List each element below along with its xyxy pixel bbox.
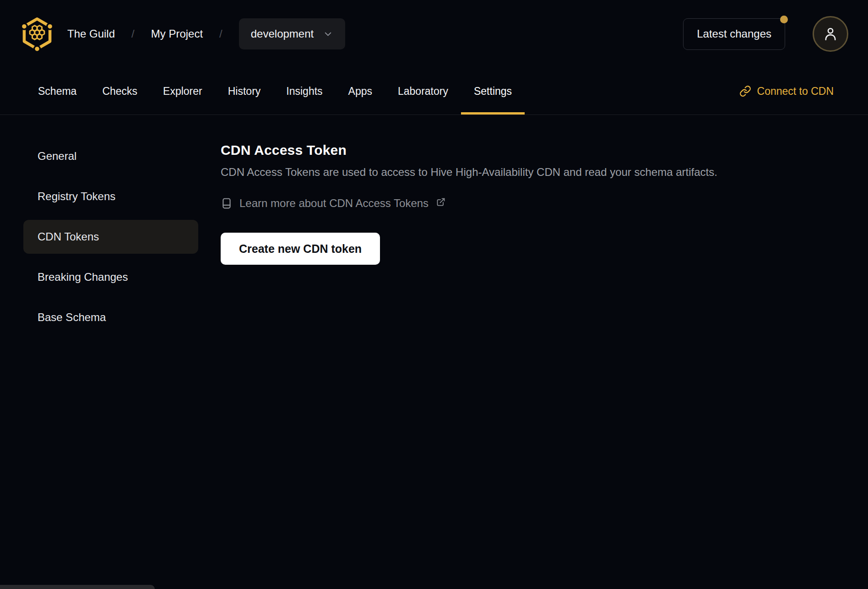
learn-more-link[interactable]: Learn more about CDN Access Tokens bbox=[221, 197, 445, 210]
tab-history[interactable]: History bbox=[215, 68, 274, 115]
tab-laboratory[interactable]: Laboratory bbox=[385, 68, 461, 115]
latest-changes-label: Latest changes bbox=[697, 27, 771, 40]
book-icon bbox=[221, 197, 233, 210]
hive-logo-icon[interactable] bbox=[20, 15, 54, 53]
user-avatar[interactable] bbox=[813, 16, 848, 52]
sidebar-item-breaking-changes[interactable]: Breaking Changes bbox=[23, 260, 198, 294]
connect-to-cdn-label: Connect to CDN bbox=[757, 85, 834, 98]
tab-schema[interactable]: Schema bbox=[25, 68, 89, 115]
tab-explorer[interactable]: Explorer bbox=[150, 68, 215, 115]
bottom-edge-bar bbox=[0, 585, 155, 589]
sidebar-item-base-schema[interactable]: Base Schema bbox=[23, 300, 198, 334]
page-title: CDN Access Token bbox=[221, 142, 841, 158]
sidebar-item-general[interactable]: General bbox=[23, 139, 198, 173]
target-selector-value: development bbox=[251, 27, 314, 40]
external-link-icon bbox=[436, 197, 445, 207]
learn-more-row: Learn more about CDN Access Tokens bbox=[221, 197, 841, 212]
cdn-tokens-panel: CDN Access Token CDN Access Tokens are u… bbox=[198, 115, 868, 265]
header-left: The Guild / My Project / development bbox=[20, 15, 345, 53]
tab-insights[interactable]: Insights bbox=[273, 68, 335, 115]
latest-changes-button[interactable]: Latest changes bbox=[683, 18, 785, 50]
tab-checks[interactable]: Checks bbox=[89, 68, 150, 115]
connect-to-cdn-link[interactable]: Connect to CDN bbox=[739, 68, 834, 115]
project-nav: Schema Checks Explorer History Insights … bbox=[0, 68, 868, 115]
tab-settings[interactable]: Settings bbox=[461, 68, 525, 115]
header-right: Latest changes bbox=[683, 16, 848, 52]
settings-sidebar: General Registry Tokens CDN Tokens Break… bbox=[23, 139, 198, 334]
user-icon bbox=[822, 26, 839, 42]
app-header: The Guild / My Project / development Lat… bbox=[0, 0, 868, 68]
learn-more-label: Learn more about CDN Access Tokens bbox=[239, 197, 429, 210]
breadcrumb-separator: / bbox=[219, 27, 222, 40]
link-icon bbox=[739, 85, 751, 97]
chevron-down-icon bbox=[323, 29, 333, 39]
settings-content: General Registry Tokens CDN Tokens Break… bbox=[0, 115, 868, 334]
sidebar-item-cdn-tokens[interactable]: CDN Tokens bbox=[23, 220, 198, 254]
create-cdn-token-button[interactable]: Create new CDN token bbox=[221, 233, 380, 265]
hive-app: The Guild / My Project / development Lat… bbox=[0, 0, 868, 334]
breadcrumb-separator: / bbox=[131, 27, 135, 40]
page-description: CDN Access Tokens are used to access to … bbox=[221, 166, 841, 179]
project-tabs: Schema Checks Explorer History Insights … bbox=[25, 68, 525, 115]
notification-dot bbox=[780, 16, 788, 23]
tab-apps[interactable]: Apps bbox=[336, 68, 385, 115]
breadcrumb: The Guild / My Project / development bbox=[67, 18, 345, 49]
sidebar-item-registry-tokens[interactable]: Registry Tokens bbox=[23, 180, 198, 213]
breadcrumb-project[interactable]: My Project bbox=[151, 27, 203, 40]
breadcrumb-organization[interactable]: The Guild bbox=[67, 27, 115, 40]
target-selector-dropdown[interactable]: development bbox=[239, 18, 345, 49]
